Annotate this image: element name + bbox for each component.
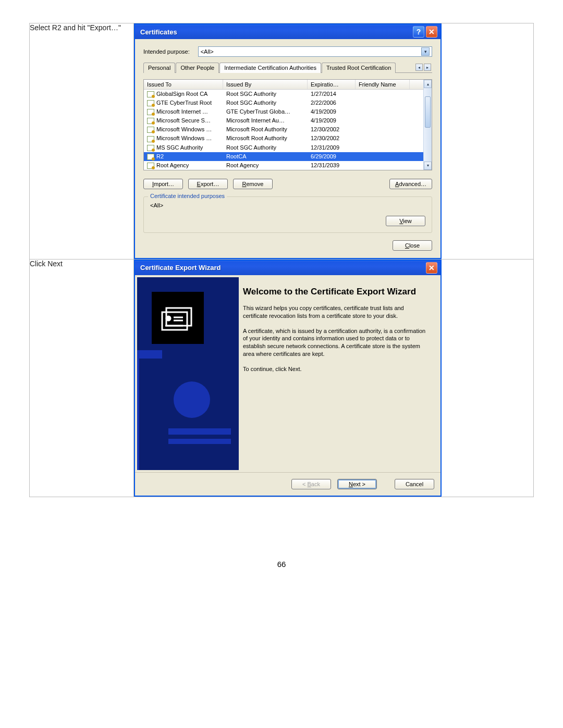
remove-button[interactable]: Remove xyxy=(233,179,273,189)
close-icon[interactable]: ✕ xyxy=(426,26,437,38)
dialog-title: Certificates xyxy=(140,28,177,36)
certificate-icon xyxy=(147,145,154,151)
back-button: < Back xyxy=(291,479,331,489)
close-icon[interactable]: ✕ xyxy=(426,262,437,274)
advanced-button[interactable]: Advanced… xyxy=(389,179,432,189)
help-icon[interactable]: ? xyxy=(413,26,424,38)
wizard-paragraph-2: A certificate, which is issued by a cert… xyxy=(243,327,429,358)
certificate-icon xyxy=(152,292,204,344)
certificates-dialog: Certificates ? ✕ Intended purpose: <All>… xyxy=(134,23,442,259)
table-row[interactable]: GTE CyberTrust RootRoot SGC Authority2/2… xyxy=(144,98,423,107)
col-issued-by[interactable]: Issued By xyxy=(223,80,308,89)
tabs-scroll-left-icon[interactable]: ◂ xyxy=(415,64,423,71)
step2-instruction: Click Next xyxy=(30,259,134,497)
certificate-icon xyxy=(147,91,154,97)
dialog-title: Certificate Export Wizard xyxy=(140,264,221,272)
titlebar: Certificates ? ✕ xyxy=(135,24,440,39)
cancel-button[interactable]: Cancel xyxy=(395,479,434,489)
tab-intermediate-ca[interactable]: Intermediate Certification Authorities xyxy=(219,63,321,73)
tab-other-people[interactable]: Other People xyxy=(176,63,219,73)
certificate-icon xyxy=(147,127,154,133)
table-row[interactable]: Microsoft Windows …Microsoft Root Author… xyxy=(144,125,423,134)
export-wizard-dialog: Certificate Export Wizard ✕ xyxy=(134,260,442,497)
wizard-sidebar-graphic xyxy=(137,277,239,470)
table-row[interactable]: MS SGC AuthorityRoot SGC Authority12/31/… xyxy=(144,143,423,152)
page-number: 66 xyxy=(29,560,534,569)
certificate-icon xyxy=(147,154,154,160)
next-button[interactable]: Next > xyxy=(337,479,377,489)
purposes-value: <All> xyxy=(150,202,425,208)
scrollbar[interactable]: ▴ ▾ xyxy=(423,80,432,170)
chevron-down-icon: ▾ xyxy=(421,47,430,56)
wizard-paragraph-3: To continue, click Next. xyxy=(243,365,429,373)
intended-purpose-value: <All> xyxy=(201,48,214,55)
intended-purpose-combo[interactable]: <All> ▾ xyxy=(198,46,432,57)
certificate-icon xyxy=(147,118,154,124)
view-button[interactable]: View xyxy=(386,216,425,226)
tab-trusted-root[interactable]: Trusted Root Certification xyxy=(322,63,396,73)
certificate-icon xyxy=(147,136,154,142)
tabs-scroll-right-icon[interactable]: ▸ xyxy=(424,64,431,71)
svg-point-2 xyxy=(166,316,170,320)
col-friendly-name[interactable]: Friendly Name xyxy=(356,80,410,89)
certificate-icon xyxy=(147,163,154,169)
scroll-down-icon[interactable]: ▾ xyxy=(424,162,432,170)
import-button[interactable]: Import… xyxy=(143,179,183,189)
table-row[interactable]: Microsoft Secure S…Microsoft Internet Au… xyxy=(144,116,423,125)
scroll-up-icon[interactable]: ▴ xyxy=(424,80,432,88)
table-row[interactable]: GlobalSign Root CARoot SGC Authority1/27… xyxy=(144,90,423,98)
purposes-groupbox: Certificate intended purposes <All> View xyxy=(143,196,432,233)
groupbox-legend: Certificate intended purposes xyxy=(148,193,227,199)
certificate-icon xyxy=(147,100,154,106)
intended-purpose-label: Intended purpose: xyxy=(143,48,190,55)
certificate-list: Issued To Issued By Expiratio… Friendly … xyxy=(143,79,432,170)
table-row[interactable]: Microsoft Internet …GTE CyberTrust Globa… xyxy=(144,107,423,116)
tab-strip: Personal Other People Intermediate Certi… xyxy=(143,62,432,73)
col-issued-to[interactable]: Issued To xyxy=(144,80,223,89)
instruction-table: Select R2 and hit "Export…" Certificates… xyxy=(29,23,534,497)
col-expiration[interactable]: Expiratio… xyxy=(308,80,356,89)
titlebar: Certificate Export Wizard ✕ xyxy=(135,261,440,275)
table-row[interactable]: R2RootCA6/29/2009 xyxy=(144,152,423,161)
close-button[interactable]: Close xyxy=(393,240,432,251)
certificate-icon xyxy=(147,109,154,115)
export-button[interactable]: Export… xyxy=(188,179,228,189)
step2-screenshot: Certificate Export Wizard ✕ xyxy=(134,259,534,497)
step1-instruction: Select R2 and hit "Export…" xyxy=(30,23,134,260)
table-row[interactable]: Microsoft Windows …Microsoft Root Author… xyxy=(144,134,423,143)
wizard-paragraph-1: This wizard helps you copy certificates,… xyxy=(243,304,429,320)
tab-personal[interactable]: Personal xyxy=(143,63,175,73)
list-header: Issued To Issued By Expiratio… Friendly … xyxy=(144,80,423,90)
scroll-thumb[interactable] xyxy=(425,96,431,128)
wizard-heading: Welcome to the Certificate Export Wizard xyxy=(243,287,429,297)
table-row[interactable]: Root AgencyRoot Agency12/31/2039 xyxy=(144,161,423,170)
step1-screenshot: Certificates ? ✕ Intended purpose: <All>… xyxy=(134,23,534,260)
